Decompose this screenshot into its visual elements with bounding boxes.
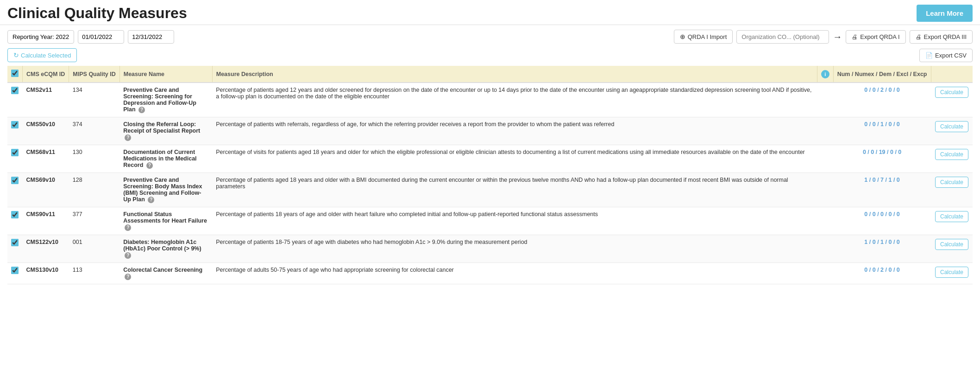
row-num-values: 1 / 0 / 1 / 0 / 0: [833, 235, 931, 263]
header-bar: Clinical Quality Measures Learn More: [0, 0, 980, 25]
file-icon: 📄: [925, 52, 933, 59]
help-icon[interactable]: ?: [138, 107, 145, 113]
calculate-button-1[interactable]: Calculate: [935, 121, 968, 132]
info-icon[interactable]: i: [821, 70, 829, 78]
table-row: CMS2v11 134 Preventive Care and Screenin…: [7, 83, 973, 117]
help-icon[interactable]: ?: [148, 197, 154, 203]
row-checkbox-cell: [7, 83, 23, 117]
row-mips-id: 134: [69, 83, 119, 117]
row-info-col: [817, 145, 833, 173]
calculate-button-2[interactable]: Calculate: [935, 149, 968, 160]
toolbar: Reporting Year: 2022 ⊕ QRDA I Import → 🖨…: [0, 25, 980, 48]
calculate-button-6[interactable]: Calculate: [935, 267, 968, 278]
row-num-values: 0 / 0 / 19 / 0 / 0: [833, 145, 931, 173]
row-cms-id: CMS50v10: [23, 117, 69, 145]
row-action-cell: Calculate: [931, 173, 973, 207]
row-cms-id: CMS130v10: [23, 263, 69, 284]
row-checkbox-5[interactable]: [11, 239, 19, 246]
row-measure-name: Closing the Referral Loop: Receipt of Sp…: [119, 117, 212, 145]
row-checkbox-cell: [7, 207, 23, 235]
row-checkbox-6[interactable]: [11, 267, 19, 274]
date-end-input[interactable]: [128, 30, 174, 44]
page-title: Clinical Quality Measures: [7, 5, 187, 22]
table-row: CMS90v11 377 Functional Status Assessmen…: [7, 207, 973, 235]
printer-icon2: 🖨: [916, 33, 922, 40]
header-measure-description: Measure Description: [212, 66, 817, 83]
row-info-col: [817, 117, 833, 145]
learn-more-button[interactable]: Learn More: [917, 5, 973, 22]
table-row: CMS68v11 130 Documentation of Current Me…: [7, 145, 973, 173]
header-measure-name: Measure Name: [119, 66, 212, 83]
measures-table-container: CMS eCQM ID MIPS Quality ID Measure Name…: [0, 66, 980, 284]
export-qrda1-button[interactable]: 🖨 Export QRDA I: [846, 30, 905, 44]
help-icon[interactable]: ?: [125, 274, 131, 280]
row-checkbox-3[interactable]: [11, 177, 19, 184]
table-header-row: CMS eCQM ID MIPS Quality ID Measure Name…: [7, 66, 973, 83]
row-cms-id: CMS2v11: [23, 83, 69, 117]
table-row: CMS69v10 128 Preventive Care and Screeni…: [7, 173, 973, 207]
row-description: Percentage of adults 50-75 years of age …: [212, 263, 817, 284]
row-checkbox-1[interactable]: [11, 121, 19, 128]
help-icon[interactable]: ?: [125, 134, 131, 141]
help-icon[interactable]: ?: [125, 224, 131, 231]
header-action-col: [931, 66, 973, 83]
row-action-cell: Calculate: [931, 235, 973, 263]
row-action-cell: Calculate: [931, 207, 973, 235]
row-checkbox-2[interactable]: [11, 149, 19, 156]
row-num-values: 0 / 0 / 1 / 0 / 0: [833, 117, 931, 145]
calculate-button-4[interactable]: Calculate: [935, 211, 968, 222]
select-all-checkbox[interactable]: [11, 70, 19, 77]
row-checkbox-0[interactable]: [11, 87, 19, 94]
header-info-col: i: [817, 66, 833, 83]
help-icon[interactable]: ?: [146, 162, 153, 169]
calculate-button-0[interactable]: Calculate: [935, 87, 968, 98]
row-description: Percentage of patients aged 18 years and…: [212, 173, 817, 207]
row-info-col: [817, 173, 833, 207]
arrow-icon: →: [833, 32, 842, 42]
row-checkbox-cell: [7, 145, 23, 173]
row-info-col: [817, 83, 833, 117]
date-start-input[interactable]: [78, 30, 124, 44]
row-cms-id: CMS122v10: [23, 235, 69, 263]
help-icon[interactable]: ?: [125, 252, 131, 259]
row-mips-id: 377: [69, 207, 119, 235]
table-row: CMS50v10 374 Closing the Referral Loop: …: [7, 117, 973, 145]
row-mips-id: 128: [69, 173, 119, 207]
calculate-button-3[interactable]: Calculate: [935, 177, 968, 188]
row-action-cell: Calculate: [931, 117, 973, 145]
import-icon: ⊕: [680, 33, 685, 40]
row-mips-id: 374: [69, 117, 119, 145]
row-checkbox-cell: [7, 117, 23, 145]
row-mips-id: 001: [69, 235, 119, 263]
row-checkbox-4[interactable]: [11, 211, 19, 218]
toolbar-right: ⊕ QRDA I Import → 🖨 Export QRDA I 🖨 Expo…: [674, 30, 973, 44]
row-measure-name: Colorectal Cancer Screening ?: [119, 263, 212, 284]
row-cms-id: CMS68v11: [23, 145, 69, 173]
export-qrda3-button[interactable]: 🖨 Export QRDA III: [910, 30, 973, 44]
row-info-col: [817, 235, 833, 263]
row-action-cell: Calculate: [931, 83, 973, 117]
row-description: Percentage of patients aged 12 years and…: [212, 83, 817, 117]
row-measure-name: Preventive Care and Screening: Body Mass…: [119, 173, 212, 207]
header-checkbox-col: [7, 66, 23, 83]
org-input[interactable]: [736, 30, 829, 44]
row-num-values: 0 / 0 / 0 / 0 / 0: [833, 207, 931, 235]
calculate-selected-button[interactable]: ↻ Calculate Selected: [7, 48, 77, 62]
table-body: CMS2v11 134 Preventive Care and Screenin…: [7, 83, 973, 284]
calculate-button-5[interactable]: Calculate: [935, 239, 968, 250]
row-description: Percentage of visits for patients aged 1…: [212, 145, 817, 173]
row-cms-id: CMS69v10: [23, 173, 69, 207]
row-cms-id: CMS90v11: [23, 207, 69, 235]
row-num-values: 1 / 0 / 7 / 1 / 0: [833, 173, 931, 207]
header-cms-ecqm-id: CMS eCQM ID: [23, 66, 69, 83]
row-num-values: 0 / 0 / 2 / 0 / 0: [833, 263, 931, 284]
row-checkbox-cell: [7, 235, 23, 263]
export-csv-button[interactable]: 📄 Export CSV: [919, 49, 973, 62]
row-checkbox-cell: [7, 173, 23, 207]
row-num-values: 0 / 0 / 2 / 0 / 0: [833, 83, 931, 117]
row-action-cell: Calculate: [931, 263, 973, 284]
qrda-import-button[interactable]: ⊕ QRDA I Import: [674, 30, 733, 44]
table-row: CMS122v10 001 Diabetes: Hemoglobin A1c (…: [7, 235, 973, 263]
reporting-year-dropdown[interactable]: Reporting Year: 2022: [7, 30, 74, 44]
row-description: Percentage of patients with referrals, r…: [212, 117, 817, 145]
